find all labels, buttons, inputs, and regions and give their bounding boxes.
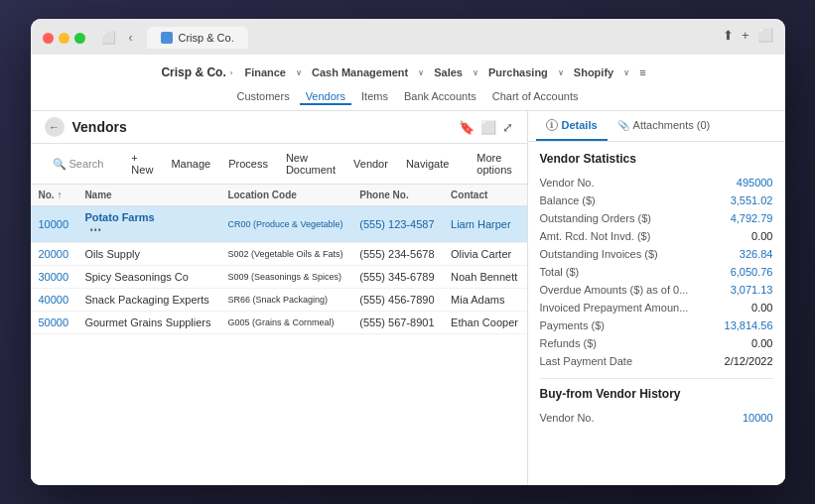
browser-add-tab-icon[interactable]: + (742, 28, 749, 43)
maximize-window-button[interactable] (74, 33, 85, 44)
sub-nav-bank-accounts[interactable]: Bank Accounts (398, 89, 482, 105)
browser-nav-icons: ⬜ ‹ (101, 30, 139, 46)
cell-name: Snack Packaging Experts (76, 289, 219, 312)
browser-share-icon[interactable]: ⬆ (723, 28, 734, 43)
browser-right-icons: ⬆ + ⬜ (723, 28, 773, 49)
stat-value: 2/12/2022 (714, 355, 773, 367)
close-window-button[interactable] (43, 33, 54, 44)
new-document-button[interactable]: New Document (278, 149, 343, 179)
col-name[interactable]: Name (76, 185, 219, 206)
browser-more-icon[interactable]: ⬜ (757, 28, 773, 43)
stat-row: Invoiced Prepayment Amoun...0.00 (540, 299, 773, 316)
nav-purchasing[interactable]: Purchasing (480, 64, 556, 80)
search-icon: 🔍 (53, 158, 67, 171)
browser-forward-button[interactable]: ‹ (123, 30, 139, 46)
cell-phone: (555) 345-6789 (351, 266, 443, 289)
cell-no: 50000 (31, 312, 77, 334)
col-contact[interactable]: Contact (443, 185, 526, 206)
new-button-label: + New (131, 152, 153, 176)
row-menu-button[interactable]: ⋯ (88, 223, 102, 237)
col-phone[interactable]: Phone No. (351, 185, 443, 206)
stat-label: Amt. Rcd. Not Invd. ($) (540, 230, 714, 242)
stat-value: 495000 (714, 177, 773, 189)
expand-icon[interactable]: ⤢ (502, 120, 513, 135)
tab-details-label: Details (562, 119, 598, 131)
toolbar: 🔍 Search + New Manage Process New Docume (31, 144, 527, 185)
cell-location: S002 (Vegetable Oils & Fats) (219, 243, 351, 266)
share-icon[interactable]: ⬜ (480, 120, 496, 135)
cell-contact: Mia Adams (443, 289, 526, 312)
traffic-lights (43, 33, 85, 44)
sub-nav-vendors[interactable]: Vendors (300, 89, 351, 105)
search-label: Search (69, 158, 104, 170)
search-area[interactable]: 🔍 Search (45, 155, 112, 174)
more-options-label: More options (476, 152, 511, 176)
page-actions-right: 🔖 ⬜ ⤢ (459, 120, 513, 135)
attach-icon: 📎 (617, 120, 629, 131)
sub-nav-chart-of-accounts[interactable]: Chart of Accounts (486, 89, 585, 105)
browser-chrome: ⬜ ‹ Crisp & Co. ⬆ + ⬜ (31, 19, 785, 55)
vendor-statistics-title: Vendor Statistics (540, 152, 773, 166)
navigate-button[interactable]: Navigate (398, 155, 457, 173)
table-row[interactable]: 40000Snack Packaging ExpertsSR66 (Snack … (31, 289, 527, 312)
table-row[interactable]: 20000Oils SupplyS002 (Vegetable Oils & F… (31, 243, 527, 266)
sub-nav-customers[interactable]: Customers (230, 89, 295, 105)
stat-row: Refunds ($)0.00 (540, 334, 773, 352)
browser-back-button[interactable]: ⬜ (101, 30, 117, 46)
nav-more[interactable]: ≡ (631, 64, 653, 80)
stat-row: Balance ($)3,551.02 (540, 191, 773, 209)
tab-details[interactable]: ℹ Details (536, 111, 608, 141)
vendors-table-container: No. ↑ Name Location Code Phone No. Conta… (31, 185, 527, 485)
navigate-button-label: Navigate (406, 158, 449, 170)
stat-label: Total ($) (540, 266, 714, 278)
more-options-button[interactable]: More options (469, 149, 519, 179)
vendor-button[interactable]: Vendor (345, 155, 396, 173)
process-button[interactable]: Process (220, 155, 276, 173)
nav-finance[interactable]: Finance (236, 64, 294, 80)
table-header: No. ↑ Name Location Code Phone No. Conta… (31, 185, 527, 206)
app-title: Crisp & Co. (161, 65, 225, 79)
stat-label: Outstanding Orders ($) (540, 212, 714, 224)
cell-phone: (555) 123-4587 (351, 206, 443, 243)
page-title: Vendors (72, 119, 127, 135)
cell-phone: (555) 456-7890 (351, 289, 443, 312)
stat-row: Outstanding Invoices ($)326.84 (540, 245, 773, 263)
table-row[interactable]: 30000Spicy Seasonings CoS009 (Seasonings… (31, 266, 527, 289)
app-content: Crisp & Co. › Finance ∨ Cash Management … (31, 55, 785, 485)
bookmark-icon[interactable]: 🔖 (459, 120, 475, 135)
cell-contact: Olivia Carter (443, 243, 526, 266)
stat-value: 4,792.79 (714, 212, 773, 224)
browser-tab[interactable]: Crisp & Co. (147, 27, 248, 49)
minimize-window-button[interactable] (59, 33, 69, 44)
back-button[interactable]: ← (45, 117, 65, 137)
stat-value: 0.00 (714, 337, 773, 349)
stat-label: Last Payment Date (540, 355, 714, 367)
cell-location: G005 (Grains & Cornmeal) (219, 312, 351, 334)
sub-nav: Customers Vendors Items Bank Accounts Ch… (47, 86, 769, 110)
nav-sales[interactable]: Sales (426, 64, 471, 80)
new-button[interactable]: + New (123, 149, 161, 179)
table-row[interactable]: 10000Potato Farms⋯CR00 (Produce & Vegeta… (31, 206, 527, 243)
nav-cash-management[interactable]: Cash Management (304, 64, 416, 80)
cell-contact: Liam Harper (443, 206, 526, 243)
sub-nav-items[interactable]: Items (355, 89, 394, 105)
page-header: ← Vendors 🔖 ⬜ ⤢ (31, 111, 527, 144)
cell-no: 20000 (31, 243, 77, 266)
tab-attachments[interactable]: 📎 Attachments (0) (608, 111, 721, 141)
stat-row: Outstanding Orders ($)4,792.79 (540, 209, 773, 227)
tab-title: Crisp & Co. (179, 32, 234, 44)
tab-attachments-label: Attachments (0) (633, 119, 711, 131)
col-no[interactable]: No. ↑ (31, 185, 77, 206)
cell-contact: Ethan Cooper (443, 312, 526, 334)
left-panel: ← Vendors 🔖 ⬜ ⤢ 🔍 Search (31, 111, 527, 485)
col-location-code[interactable]: Location Code (219, 185, 351, 206)
manage-button[interactable]: Manage (163, 155, 218, 173)
nav-shopify[interactable]: Shopify (566, 64, 621, 80)
table-row[interactable]: 50000Gourmet Grains SuppliersG005 (Grain… (31, 312, 527, 334)
cell-contact: Noah Bennett (443, 266, 526, 289)
main-area: ← Vendors 🔖 ⬜ ⤢ 🔍 Search (31, 111, 785, 485)
buy-stat-value: 10000 (714, 412, 773, 424)
stat-label: Payments ($) (540, 319, 714, 331)
detail-panel: ℹ Details 📎 Attachments (0) Vendor Stati… (527, 111, 785, 485)
stat-value: 0.00 (714, 230, 773, 242)
